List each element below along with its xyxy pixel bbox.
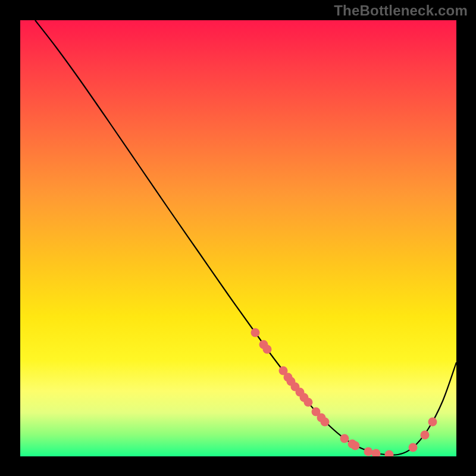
data-dot — [428, 418, 437, 427]
data-dot — [385, 450, 394, 457]
data-dot — [351, 441, 360, 450]
watermark-text: TheBottleneck.com — [334, 2, 468, 19]
data-dot — [321, 418, 330, 427]
data-dot — [251, 328, 260, 337]
bottleneck-curve — [35, 20, 456, 455]
chart-frame: TheBottleneck.com — [0, 0, 476, 476]
data-dots — [251, 328, 437, 457]
plot-area — [20, 20, 456, 456]
data-dot — [340, 434, 349, 443]
curve-layer — [20, 20, 456, 456]
data-dot — [263, 345, 272, 354]
data-dot — [364, 447, 373, 456]
data-dot — [421, 431, 430, 440]
data-dot — [409, 443, 418, 452]
data-dot — [372, 449, 381, 457]
data-dot — [304, 398, 313, 407]
